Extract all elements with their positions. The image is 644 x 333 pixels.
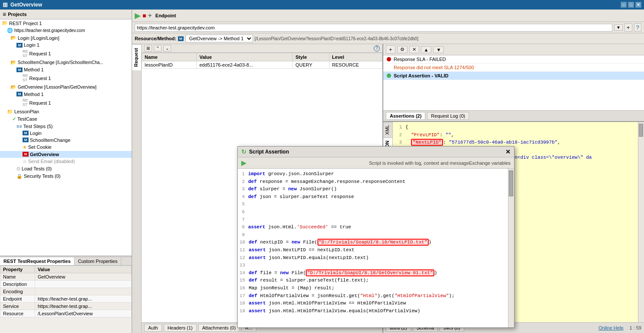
tab-rest-properties[interactable]: REST TestRequest Properties — [0, 257, 74, 265]
ln: 1 — [239, 170, 248, 178]
code-line-4: 4 def json = slurper.parseText response — [239, 193, 506, 201]
prop-row-service: Service https://teacher-test.grap... — [0, 303, 132, 310]
maximize-btn[interactable]: □ — [628, 2, 634, 8]
nav-up-btn[interactable]: ⌃ — [154, 45, 162, 51]
online-help-link[interactable]: Online Help — [599, 325, 623, 330]
modal-close-btn[interactable]: ✕ — [505, 148, 511, 155]
assert-down-btn[interactable]: ▼ — [433, 46, 444, 53]
param-style[interactable]: QUERY — [293, 61, 329, 69]
endpoint-dropdown-btn[interactable]: ▼ — [614, 24, 623, 31]
prop-name: Resource — [0, 310, 35, 317]
help-icon[interactable]: ? — [374, 45, 380, 51]
prop-value[interactable]: https://teacher-test.grap... — [35, 303, 132, 310]
tree-label: Set Cookie — [28, 144, 52, 150]
prop-value[interactable]: GetOverview — [35, 273, 132, 281]
side-tab-xml[interactable]: XML — [383, 122, 392, 138]
scrollbar-thumb[interactable] — [639, 124, 643, 137]
code-line-3: 3 def slurper = new JsonSlurper() — [239, 186, 506, 193]
tab-custom-properties[interactable]: Custom Properties — [74, 257, 121, 265]
tree-item-ts-setcookie[interactable]: ★ Set Cookie — [0, 144, 132, 151]
tree-item-ts-sendemail[interactable]: ☆ Send Email (disabled) — [0, 158, 132, 165]
tree-item-test-steps[interactable]: ≡≡ Test Steps (5) — [0, 123, 132, 130]
line-number: 1 — [395, 124, 405, 131]
nav-down-btn[interactable]: ⌄ — [163, 45, 171, 51]
param-name[interactable]: lessonPlanID — [142, 61, 197, 69]
prop-value[interactable] — [35, 288, 132, 295]
tree-item-load-tests[interactable]: ⊙ Load Tests (0) — [0, 165, 132, 173]
method-select[interactable]: GetOverview -> Method 1 — [185, 35, 253, 42]
close-btn[interactable]: ✕ — [635, 2, 641, 8]
tree-item-security-tests[interactable]: 🔒 Security Tests (0) — [0, 173, 132, 180]
tree-item-ts-login[interactable]: M Login — [0, 130, 132, 137]
code-content[interactable]: 1 import groovy.json.JsonSlurper 2 def r… — [238, 169, 508, 327]
tree-item-rest-project[interactable]: 📁 REST Project 1 — [0, 19, 132, 27]
level-col: Level — [329, 53, 382, 61]
prop-col-header: Property — [0, 266, 35, 273]
endpoint-add-btn[interactable]: + — [625, 23, 632, 32]
tree-item-getoverview-resource[interactable]: 📂 GetOverview [/LessonPlan/GetOverview] — [0, 83, 132, 91]
tree-item-schoolitem-method[interactable]: M Method 1 — [0, 66, 132, 73]
endpoint-input[interactable] — [135, 24, 612, 32]
modal-scrollbar[interactable] — [508, 169, 514, 327]
side-tab-request[interactable]: Request — [132, 44, 141, 70]
stop-button[interactable]: ■ — [142, 12, 146, 19]
tree-item-login-method[interactable]: M Login 1 — [0, 42, 132, 48]
assert-delete-btn[interactable]: ✕ — [409, 46, 419, 53]
minimize-btn[interactable]: ─ — [621, 2, 627, 8]
app-title: GetOverview — [10, 2, 42, 8]
tab-auth[interactable]: Auth — [144, 324, 162, 332]
modal-play-btn[interactable]: ▶ — [241, 159, 246, 167]
prop-row-endpoint: Endpoint https://teacher-test.grap... — [0, 295, 132, 303]
tree-item-login-request[interactable]: REST Request 1 — [0, 48, 132, 59]
code-text: assert json.Html.HtmlOfPartialView.equal… — [249, 307, 420, 315]
line-content: "NextLPID": "571677d5-50c0-46a0-ab18-1ac… — [405, 139, 560, 147]
tree-label: REST Project 1 — [9, 21, 42, 26]
tree-item-testcase[interactable]: ✓ TestCase — [0, 115, 132, 123]
tree-item-getoverview-method[interactable]: M Method 1 — [0, 91, 132, 98]
line-content: "PrevLPID": "", — [405, 131, 454, 139]
assertion-item-script-valid[interactable]: Script Assertion - VALID — [383, 72, 644, 80]
ln: 4 — [239, 193, 248, 201]
assert-config-btn[interactable]: ⚙ — [397, 46, 408, 53]
json-line-2: 2 "PrevLPID": "", — [395, 131, 636, 139]
tree-item-ts-schoolitem[interactable]: M SchoolItemChange — [0, 137, 132, 144]
assertion-label: Response did not meet SLA 1274/500 — [394, 65, 474, 70]
assertion-item-sla-msg[interactable]: Response did not meet SLA 1274/500 — [383, 64, 644, 72]
tab-assertions[interactable]: Assertions (2) — [386, 112, 425, 120]
play-button[interactable]: ▶ — [135, 11, 141, 20]
tree-item-getoverview-request[interactable]: REST Request 1 — [0, 98, 132, 108]
code-text: def response = messageExchange.response.… — [248, 178, 405, 186]
param-value[interactable]: edd51176-ece2-4a03-8... — [197, 61, 293, 69]
projects-header: ≡ Projects — [0, 10, 132, 19]
prev-btn[interactable]: ⊞ — [144, 45, 152, 51]
tree-item-ts-getoverview[interactable]: M GetOverview — [0, 151, 132, 158]
tab-attachments[interactable]: Attachments (0) — [198, 324, 240, 332]
add-button[interactable]: + — [148, 12, 152, 19]
ln: 2 — [239, 178, 248, 186]
prop-row-encoding: Encoding — [0, 288, 132, 295]
assert-toolbar: + ⚙ ✕ ▲ ▼ — [383, 44, 644, 55]
param-level[interactable]: RESOURCE — [329, 61, 382, 69]
prop-value[interactable] — [35, 281, 132, 288]
prop-name: Encoding — [0, 288, 35, 295]
params-table: Name Value Style Level lessonPla — [142, 53, 382, 69]
tree-label: Login 1 — [24, 42, 39, 48]
tree-item-base-url[interactable]: 🌐 https://teacher-test.grapecitydev.com — [0, 27, 132, 34]
modal-scrollbar-thumb[interactable] — [509, 170, 513, 196]
assert-up-btn[interactable]: ▲ — [421, 46, 432, 53]
tree-item-login-resource[interactable]: 📂 Login [/Login/Login] — [0, 34, 132, 42]
code-line-11: 11 assert json.NextLPID == nextLpID.text — [239, 247, 506, 254]
assertion-item-sla-failed[interactable]: Response SLA - FAILED — [383, 55, 644, 64]
tree-item-lessonplan[interactable]: 📁 LessonPlan — [0, 108, 132, 115]
assert-add-btn[interactable]: + — [386, 45, 395, 54]
resp-scrollbar[interactable] — [638, 122, 644, 322]
tab-request-log[interactable]: Request Log (0) — [427, 112, 469, 120]
method-icon-small: M — [178, 36, 184, 41]
tree-item-schoolitem-resource[interactable]: 📂 SchoolItemChange [/Login/SchoolItemCha… — [0, 59, 132, 66]
endpoint-help-btn[interactable]: ? — [634, 23, 641, 32]
tree-item-schoolitem-request[interactable]: REST Request 1 — [0, 73, 132, 83]
tab-headers[interactable]: Headers (1) — [164, 324, 197, 332]
prop-value[interactable]: https://teacher-test.grap... — [35, 295, 132, 303]
code-line-10: 10 def nextLpID = new File("D:/Trivials/… — [239, 239, 506, 247]
prop-value[interactable]: /LessonPlan/GetOverview — [35, 310, 132, 317]
